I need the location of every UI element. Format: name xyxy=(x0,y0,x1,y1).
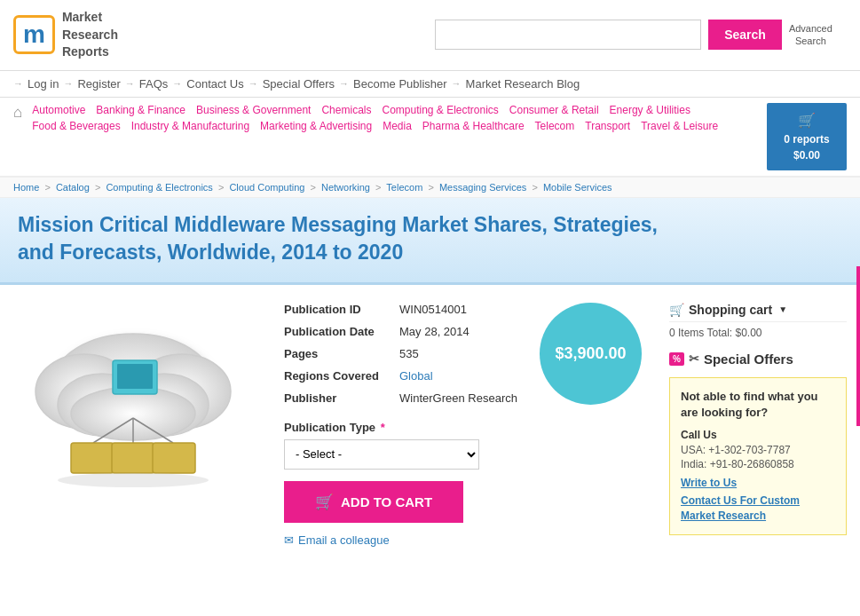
shopping-cart-section: 🛒 Shopping cart ▼ 0 Items Total: $0.00 xyxy=(669,303,847,339)
nav-become-publisher[interactable]: Become Publisher xyxy=(353,77,447,91)
cat-automotive[interactable]: Automotive xyxy=(28,103,90,117)
breadcrumb-sep7: > xyxy=(532,182,537,193)
breadcrumb-networking[interactable]: Networking xyxy=(321,182,370,193)
publisher-label: Publisher xyxy=(284,391,399,405)
special-offers-header: % ✂ Special Offers xyxy=(669,351,847,367)
nav-blog[interactable]: Market Research Blog xyxy=(466,77,580,91)
pub-date-label: Publication Date xyxy=(284,325,399,338)
breadcrumb-sep4: > xyxy=(310,182,315,193)
cat-row-2: Food & Beverages Industry & Manufacturin… xyxy=(28,119,758,133)
nav-arrow-2: → xyxy=(63,78,73,89)
breadcrumb-messaging[interactable]: Messaging Services xyxy=(439,182,526,193)
nav-arrow-3: → xyxy=(125,78,135,89)
regions-value[interactable]: Global xyxy=(399,369,433,383)
details-price-wrapper: Publication ID WIN0514001 Publication Da… xyxy=(284,303,656,417)
pages-row: Pages 535 xyxy=(284,347,517,360)
product-image xyxy=(13,303,271,492)
required-marker: * xyxy=(381,421,385,434)
email-colleague-label: Email a colleague xyxy=(298,533,390,547)
pub-type-section: Publication Type * - Select - xyxy=(284,421,656,470)
right-accent-bar xyxy=(856,266,860,426)
call-us-label: Call Us xyxy=(681,429,835,441)
logo-box[interactable]: m xyxy=(13,15,55,54)
cloud-diagram-svg xyxy=(13,303,253,489)
cat-energy[interactable]: Energy & Utilities xyxy=(605,103,695,117)
nav-arrow-4: → xyxy=(172,78,182,89)
nav-login[interactable]: Log in xyxy=(28,77,59,91)
cat-industry[interactable]: Industry & Manufacturing xyxy=(127,119,254,133)
price-badge: $3,900.00 xyxy=(540,303,642,405)
pub-type-label: Publication Type xyxy=(284,421,375,434)
write-to-us-link[interactable]: Write to Us xyxy=(681,477,835,489)
cart-box[interactable]: 🛒 0 reports $0.00 xyxy=(767,103,847,170)
cart-header-icon: 🛒 xyxy=(669,303,684,317)
cat-travel[interactable]: Travel & Leisure xyxy=(636,119,722,133)
regions-row: Regions Covered Global xyxy=(284,369,517,383)
special-tag: % xyxy=(669,352,684,366)
breadcrumb: Home > Catalog > Computing & Electronics… xyxy=(0,178,860,198)
cart-total-header: $0.00 xyxy=(777,147,836,163)
pub-date-value: May 28, 2014 xyxy=(399,325,469,338)
email-icon: ✉ xyxy=(284,533,294,547)
cat-computing[interactable]: Computing & Electronics xyxy=(377,103,502,117)
add-to-cart-label: ADD TO CART xyxy=(341,494,432,509)
search-area: Search AdvancedSearch xyxy=(421,20,847,50)
price-value: $3,900.00 xyxy=(555,344,626,363)
nav-contact[interactable]: Contact Us xyxy=(186,77,243,91)
cat-consumer[interactable]: Consumer & Retail xyxy=(505,103,604,117)
pages-label: Pages xyxy=(284,347,399,360)
nav-register[interactable]: Register xyxy=(77,77,120,91)
nav-bar: → Log in → Register → FAQs → Contact Us … xyxy=(0,71,860,98)
breadcrumb-mobile[interactable]: Mobile Services xyxy=(543,182,612,193)
search-input[interactable] xyxy=(435,20,701,50)
cat-food[interactable]: Food & Beverages xyxy=(28,119,124,133)
india-phone: India: +91-80-26860858 xyxy=(681,458,835,470)
breadcrumb-sep5: > xyxy=(375,182,381,193)
cat-marketing[interactable]: Marketing & Advertising xyxy=(256,119,376,133)
svg-rect-12 xyxy=(112,443,154,473)
cat-business[interactable]: Business & Government xyxy=(192,103,315,117)
cart-items-total: 0 Items Total: $0.00 xyxy=(669,327,847,339)
pub-id-label: Publication ID xyxy=(284,303,399,316)
cat-pharma[interactable]: Pharma & Healthcare xyxy=(418,119,529,133)
cart-dropdown-arrow[interactable]: ▼ xyxy=(778,304,787,314)
main-content: Publication ID WIN0514001 Publication Da… xyxy=(0,285,860,565)
scissors-icon: ✂ xyxy=(689,351,699,366)
breadcrumb-cloud[interactable]: Cloud Computing xyxy=(229,182,304,193)
publisher-row: Publisher WinterGreen Research xyxy=(284,391,517,405)
home-icon[interactable]: ⌂ xyxy=(13,104,22,122)
not-find-text: Not able to find what you are looking fo… xyxy=(681,389,835,421)
contact-box: Not able to find what you are looking fo… xyxy=(669,377,847,535)
cat-telecom[interactable]: Telecom xyxy=(531,119,580,133)
add-to-cart-button[interactable]: 🛒 ADD TO CART xyxy=(284,481,463,523)
page-title-area: Mission Critical Middleware Messaging Ma… xyxy=(0,198,860,285)
nav-arrow-7: → xyxy=(452,78,462,89)
cat-transport[interactable]: Transport xyxy=(580,119,635,133)
breadcrumb-home[interactable]: Home xyxy=(13,182,39,193)
custom-research-link[interactable]: Contact Us For Custom Market Research xyxy=(681,494,835,524)
category-nav: ⌂ Automotive Banking & Finance Business … xyxy=(0,98,860,178)
category-links: Automotive Banking & Finance Business & … xyxy=(28,103,758,133)
nav-arrow-6: → xyxy=(339,78,349,89)
publisher-value: WinterGreen Research xyxy=(399,391,517,405)
page-title: Mission Critical Middleware Messaging Ma… xyxy=(18,211,683,266)
cat-chemicals[interactable]: Chemicals xyxy=(317,103,375,117)
right-sidebar: 🛒 Shopping cart ▼ 0 Items Total: $0.00 %… xyxy=(669,303,847,535)
shopping-cart-label: Shopping cart xyxy=(689,303,772,317)
advanced-search-link[interactable]: AdvancedSearch xyxy=(789,22,832,48)
cart-total-label: Total: xyxy=(706,327,732,339)
cat-banking[interactable]: Banking & Finance xyxy=(91,103,190,117)
nav-special-offers[interactable]: Special Offers xyxy=(263,77,335,91)
regions-label: Regions Covered xyxy=(284,369,399,383)
breadcrumb-computing[interactable]: Computing & Electronics xyxy=(106,182,212,193)
breadcrumb-telecom[interactable]: Telecom xyxy=(386,182,422,193)
nav-faqs[interactable]: FAQs xyxy=(139,77,169,91)
search-button[interactable]: Search xyxy=(708,20,782,50)
publication-type-select[interactable]: - Select - xyxy=(284,439,479,470)
breadcrumb-catalog[interactable]: Catalog xyxy=(56,182,90,193)
top-header: m Market Research Reports Search Advance… xyxy=(0,0,860,71)
special-offers-label: Special Offers xyxy=(704,351,793,367)
email-colleague-link[interactable]: ✉ Email a colleague xyxy=(284,533,656,547)
svg-rect-7 xyxy=(117,364,153,389)
cat-media[interactable]: Media xyxy=(378,119,416,133)
